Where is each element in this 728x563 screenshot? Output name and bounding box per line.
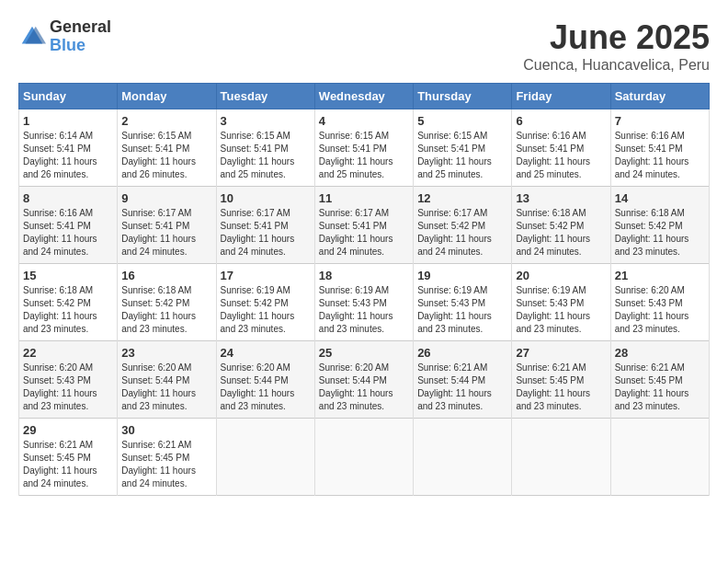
day-number: 10 (221, 191, 311, 205)
calendar-cell: 19Sunrise: 6:19 AMSunset: 5:43 PMDayligh… (414, 264, 512, 341)
calendar-cell: 28Sunrise: 6:21 AMSunset: 5:45 PMDayligh… (610, 341, 709, 419)
cell-text: Sunrise: 6:17 AMSunset: 5:41 PMDaylight:… (121, 208, 196, 257)
cell-text: Sunrise: 6:20 AMSunset: 5:43 PMDaylight:… (23, 362, 97, 411)
calendar-cell: 29Sunrise: 6:21 AMSunset: 5:45 PMDayligh… (19, 419, 118, 496)
calendar-cell: 10Sunrise: 6:17 AMSunset: 5:41 PMDayligh… (216, 187, 314, 264)
logo-text: General Blue (50, 18, 111, 55)
day-number: 12 (417, 191, 507, 205)
cell-text: Sunrise: 6:20 AMSunset: 5:43 PMDaylight:… (615, 285, 689, 334)
day-number: 13 (516, 191, 606, 205)
cell-text: Sunrise: 6:19 AMSunset: 5:43 PMDaylight:… (417, 285, 492, 334)
cell-text: Sunrise: 6:17 AMSunset: 5:41 PMDaylight:… (221, 208, 295, 257)
calendar-cell: 1Sunrise: 6:14 AMSunset: 5:41 PMDaylight… (19, 109, 118, 187)
day-number: 27 (516, 346, 606, 360)
header-saturday: Saturday (610, 84, 709, 109)
cell-text: Sunrise: 6:17 AMSunset: 5:41 PMDaylight:… (319, 208, 393, 257)
cell-text: Sunrise: 6:16 AMSunset: 5:41 PMDaylight:… (516, 131, 590, 179)
calendar-cell: 11Sunrise: 6:17 AMSunset: 5:41 PMDayligh… (314, 187, 413, 264)
cell-text: Sunrise: 6:21 AMSunset: 5:45 PMDaylight:… (516, 362, 590, 411)
calendar-week-4: 22Sunrise: 6:20 AMSunset: 5:43 PMDayligh… (19, 341, 710, 419)
logo-blue: Blue (50, 37, 111, 55)
cell-text: Sunrise: 6:18 AMSunset: 5:42 PMDaylight:… (516, 208, 590, 257)
day-number: 28 (615, 346, 705, 360)
day-number: 14 (615, 191, 705, 205)
cell-text: Sunrise: 6:20 AMSunset: 5:44 PMDaylight:… (221, 362, 295, 411)
calendar-cell: 2Sunrise: 6:15 AMSunset: 5:41 PMDaylight… (118, 109, 216, 187)
cell-text: Sunrise: 6:21 AMSunset: 5:44 PMDaylight:… (417, 362, 492, 411)
cell-text: Sunrise: 6:15 AMSunset: 5:41 PMDaylight:… (319, 131, 393, 179)
calendar-cell: 17Sunrise: 6:19 AMSunset: 5:42 PMDayligh… (216, 264, 314, 341)
day-number: 7 (615, 114, 705, 128)
cell-text: Sunrise: 6:20 AMSunset: 5:44 PMDaylight:… (121, 362, 196, 411)
calendar-cell (216, 419, 314, 496)
calendar-cell: 4Sunrise: 6:15 AMSunset: 5:41 PMDaylight… (314, 109, 413, 187)
calendar-cell: 9Sunrise: 6:17 AMSunset: 5:41 PMDaylight… (118, 187, 216, 264)
cell-text: Sunrise: 6:15 AMSunset: 5:41 PMDaylight:… (221, 131, 295, 179)
cell-text: Sunrise: 6:15 AMSunset: 5:41 PMDaylight:… (417, 131, 492, 179)
logo-icon (18, 23, 46, 51)
cell-text: Sunrise: 6:18 AMSunset: 5:42 PMDaylight:… (121, 285, 196, 334)
calendar-cell: 21Sunrise: 6:20 AMSunset: 5:43 PMDayligh… (610, 264, 709, 341)
calendar-cell: 7Sunrise: 6:16 AMSunset: 5:41 PMDaylight… (610, 109, 709, 187)
day-number: 2 (121, 114, 211, 128)
calendar-cell: 3Sunrise: 6:15 AMSunset: 5:41 PMDaylight… (216, 109, 314, 187)
day-number: 9 (121, 191, 211, 205)
day-number: 30 (121, 423, 211, 437)
day-number: 11 (319, 191, 409, 205)
day-number: 20 (516, 269, 606, 282)
day-number: 3 (221, 114, 311, 128)
calendar-cell: 25Sunrise: 6:20 AMSunset: 5:44 PMDayligh… (314, 341, 413, 419)
cell-text: Sunrise: 6:19 AMSunset: 5:42 PMDaylight:… (221, 285, 295, 334)
calendar-cell: 14Sunrise: 6:18 AMSunset: 5:42 PMDayligh… (610, 187, 709, 264)
cell-text: Sunrise: 6:18 AMSunset: 5:42 PMDaylight:… (23, 285, 97, 334)
calendar-cell: 20Sunrise: 6:19 AMSunset: 5:43 PMDayligh… (512, 264, 610, 341)
calendar-cell (512, 419, 610, 496)
header-thursday: Thursday (414, 84, 512, 109)
day-number: 16 (121, 269, 211, 282)
cell-text: Sunrise: 6:16 AMSunset: 5:41 PMDaylight:… (23, 208, 97, 257)
cell-text: Sunrise: 6:21 AMSunset: 5:45 PMDaylight:… (615, 362, 689, 411)
day-number: 4 (319, 114, 409, 128)
cell-text: Sunrise: 6:19 AMSunset: 5:43 PMDaylight:… (516, 285, 590, 334)
location: Cuenca, Huancavelica, Peru (523, 57, 710, 74)
calendar-cell: 22Sunrise: 6:20 AMSunset: 5:43 PMDayligh… (19, 341, 118, 419)
cell-text: Sunrise: 6:21 AMSunset: 5:45 PMDaylight:… (121, 440, 196, 488)
day-number: 15 (23, 269, 113, 282)
cell-text: Sunrise: 6:17 AMSunset: 5:42 PMDaylight:… (417, 208, 492, 257)
cell-text: Sunrise: 6:21 AMSunset: 5:45 PMDaylight:… (23, 440, 97, 488)
cell-text: Sunrise: 6:20 AMSunset: 5:44 PMDaylight:… (319, 362, 393, 411)
calendar-cell: 23Sunrise: 6:20 AMSunset: 5:44 PMDayligh… (118, 341, 216, 419)
day-number: 24 (221, 346, 311, 360)
calendar-cell (610, 419, 709, 496)
calendar-cell (314, 419, 413, 496)
header-sunday: Sunday (19, 84, 118, 109)
header-friday: Friday (512, 84, 610, 109)
calendar-cell: 26Sunrise: 6:21 AMSunset: 5:44 PMDayligh… (414, 341, 512, 419)
calendar-cell: 15Sunrise: 6:18 AMSunset: 5:42 PMDayligh… (19, 264, 118, 341)
calendar-week-3: 15Sunrise: 6:18 AMSunset: 5:42 PMDayligh… (19, 264, 710, 341)
calendar-cell: 12Sunrise: 6:17 AMSunset: 5:42 PMDayligh… (414, 187, 512, 264)
calendar-cell: 8Sunrise: 6:16 AMSunset: 5:41 PMDaylight… (19, 187, 118, 264)
calendar-cell: 27Sunrise: 6:21 AMSunset: 5:45 PMDayligh… (512, 341, 610, 419)
logo-general: General (50, 18, 111, 37)
calendar-week-2: 8Sunrise: 6:16 AMSunset: 5:41 PMDaylight… (19, 187, 710, 264)
calendar-week-5: 29Sunrise: 6:21 AMSunset: 5:45 PMDayligh… (19, 419, 710, 496)
page-header: General Blue June 2025 Cuenca, Huancavel… (18, 18, 710, 74)
day-number: 21 (615, 269, 705, 282)
month-title: June 2025 (523, 18, 710, 57)
cell-text: Sunrise: 6:14 AMSunset: 5:41 PMDaylight:… (23, 131, 97, 179)
calendar-cell: 24Sunrise: 6:20 AMSunset: 5:44 PMDayligh… (216, 341, 314, 419)
day-number: 19 (417, 269, 507, 282)
day-number: 22 (23, 346, 113, 360)
calendar-cell: 5Sunrise: 6:15 AMSunset: 5:41 PMDaylight… (414, 109, 512, 187)
day-number: 29 (23, 423, 113, 437)
day-number: 18 (319, 269, 409, 282)
day-number: 25 (319, 346, 409, 360)
day-number: 5 (417, 114, 507, 128)
calendar-cell: 18Sunrise: 6:19 AMSunset: 5:43 PMDayligh… (314, 264, 413, 341)
logo: General Blue (18, 18, 111, 55)
cell-text: Sunrise: 6:15 AMSunset: 5:41 PMDaylight:… (121, 131, 196, 179)
day-number: 8 (23, 191, 113, 205)
cell-text: Sunrise: 6:18 AMSunset: 5:42 PMDaylight:… (615, 208, 689, 257)
cell-text: Sunrise: 6:19 AMSunset: 5:43 PMDaylight:… (319, 285, 393, 334)
